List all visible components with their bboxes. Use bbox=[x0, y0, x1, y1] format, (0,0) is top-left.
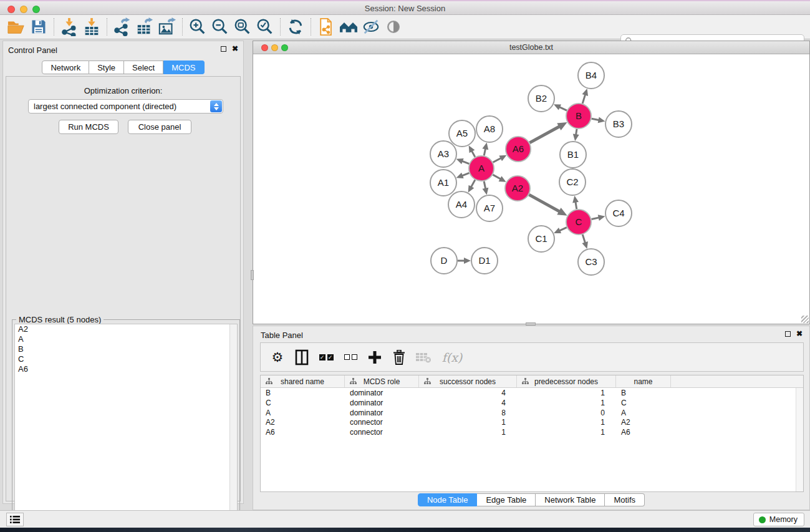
optimization-criterion-select[interactable]: largest connected component (directed) bbox=[28, 99, 223, 114]
table-row[interactable]: A2connector11A2 bbox=[261, 417, 803, 427]
column-header-shared-name[interactable]: shared name bbox=[261, 375, 345, 387]
column-header-successor-nodes[interactable]: successor nodes bbox=[419, 375, 517, 387]
gray-eye-icon[interactable] bbox=[382, 17, 405, 37]
table-row[interactable]: A6connector11A6 bbox=[261, 427, 803, 437]
graph-node-A7[interactable]: A7 bbox=[476, 195, 503, 221]
graph-node-D1[interactable]: D1 bbox=[471, 248, 498, 274]
table-cell: A2 bbox=[261, 417, 345, 427]
list-item[interactable]: C bbox=[15, 354, 237, 364]
graph-node-A8[interactable]: A8 bbox=[476, 116, 503, 142]
graph-edge[interactable] bbox=[529, 195, 560, 211]
tab-network-table[interactable]: Network Table bbox=[536, 493, 605, 506]
zoom-out-icon[interactable] bbox=[209, 17, 231, 37]
graph-node-B3[interactable]: B3 bbox=[605, 111, 632, 137]
resize-grip[interactable] bbox=[801, 316, 809, 323]
table-row[interactable]: Bdominator41B bbox=[261, 388, 803, 398]
export-network-icon[interactable] bbox=[111, 17, 133, 37]
table-header-row: shared nameMCDS rolesuccessor nodesprede… bbox=[261, 375, 803, 388]
zoom-in-icon[interactable] bbox=[186, 17, 209, 37]
import-table-icon[interactable] bbox=[80, 17, 103, 37]
graph-node-A1[interactable]: A1 bbox=[430, 170, 456, 196]
graph-edge[interactable] bbox=[582, 235, 585, 243]
duplicate-network-icon[interactable] bbox=[315, 17, 337, 37]
network-window-titlebar: testGlobe.txt bbox=[253, 41, 809, 54]
export-table-icon[interactable] bbox=[133, 17, 156, 37]
tab-edge-table[interactable]: Edge Table bbox=[477, 493, 536, 506]
refresh-icon[interactable] bbox=[284, 17, 307, 37]
close-panel-button[interactable]: Close panel bbox=[128, 120, 191, 134]
deselect-all-icon[interactable] bbox=[341, 348, 360, 367]
delete-table-icon[interactable] bbox=[414, 348, 433, 367]
function-builder-icon[interactable]: f(x) bbox=[438, 348, 466, 367]
graph-edge[interactable] bbox=[592, 218, 600, 220]
table-row[interactable]: Cdominator41C bbox=[261, 398, 803, 408]
graph-node-B1[interactable]: B1 bbox=[560, 142, 586, 168]
tab-select[interactable]: Select bbox=[124, 60, 163, 74]
select-all-icon[interactable]: ✓✓ bbox=[317, 348, 335, 367]
network-canvas[interactable]: B4B2BB3A5A8A6B1A3AC2A1A2A4A7C4CC1C3DD1 bbox=[253, 55, 809, 324]
folder-open-icon[interactable] bbox=[5, 17, 27, 37]
zoom-fit-icon[interactable] bbox=[231, 17, 254, 37]
result-list-scrollbar[interactable] bbox=[229, 324, 237, 530]
hide-eye-icon[interactable] bbox=[360, 17, 382, 37]
show-columns-icon[interactable] bbox=[292, 348, 311, 367]
graph-node-B4[interactable]: B4 bbox=[578, 62, 604, 89]
tab-network[interactable]: Network bbox=[42, 60, 89, 74]
close-table-panel-icon[interactable]: ✖ bbox=[796, 331, 803, 337]
graph-node-B[interactable]: B bbox=[566, 104, 591, 128]
graph-edge[interactable] bbox=[582, 94, 586, 104]
svg-text:A3: A3 bbox=[438, 148, 449, 159]
tab-node-table[interactable]: Node Table bbox=[418, 493, 478, 506]
graph-node-C1[interactable]: C1 bbox=[528, 226, 554, 252]
graph-node-A4[interactable]: A4 bbox=[448, 191, 475, 218]
import-network-icon[interactable] bbox=[58, 17, 80, 37]
graph-node-D[interactable]: D bbox=[431, 248, 457, 274]
graph-node-A2[interactable]: A2 bbox=[505, 176, 530, 201]
graph-node-A6[interactable]: A6 bbox=[506, 137, 531, 162]
add-column-icon[interactable] bbox=[365, 348, 384, 367]
column-header-name[interactable]: name bbox=[616, 375, 671, 387]
graph-edge[interactable] bbox=[471, 180, 475, 187]
tab-motifs[interactable]: Motifs bbox=[605, 493, 645, 506]
list-item[interactable]: A bbox=[15, 334, 237, 344]
gear-icon[interactable]: ⚙ bbox=[268, 348, 287, 367]
graph-edge[interactable] bbox=[493, 175, 501, 179]
zoom-selected-icon[interactable] bbox=[254, 17, 276, 37]
graph-edge[interactable] bbox=[559, 107, 567, 110]
list-item[interactable]: B bbox=[15, 344, 237, 354]
graph-edge[interactable] bbox=[529, 126, 560, 143]
table-cell: A bbox=[616, 408, 671, 418]
close-panel-icon[interactable]: ✖ bbox=[232, 46, 238, 52]
graph-node-C2[interactable]: C2 bbox=[559, 169, 586, 195]
list-item[interactable]: A2 bbox=[15, 324, 237, 334]
memory-button[interactable]: Memory bbox=[753, 513, 804, 526]
graph-node-B2[interactable]: B2 bbox=[528, 85, 554, 112]
graph-node-A5[interactable]: A5 bbox=[449, 120, 475, 147]
tab-style[interactable]: Style bbox=[89, 60, 124, 74]
graph-node-A[interactable]: A bbox=[469, 156, 494, 181]
graph-node-C3[interactable]: C3 bbox=[578, 249, 604, 275]
list-item[interactable]: A6 bbox=[15, 364, 237, 374]
graph-edge[interactable] bbox=[493, 158, 502, 162]
table-row[interactable]: Adominator80A bbox=[261, 408, 803, 418]
graph-edge-arrow bbox=[464, 258, 471, 264]
svg-text:A1: A1 bbox=[438, 177, 449, 188]
graph-edge[interactable] bbox=[559, 228, 567, 231]
task-history-button[interactable] bbox=[6, 513, 24, 526]
houses-icon[interactable] bbox=[337, 17, 360, 37]
float-table-panel-icon[interactable] bbox=[785, 331, 791, 337]
export-image-icon[interactable] bbox=[156, 17, 178, 37]
table-scrollbar[interactable] bbox=[796, 388, 803, 491]
floppy-save-icon[interactable] bbox=[27, 17, 50, 37]
graph-node-C4[interactable]: C4 bbox=[605, 200, 632, 226]
tab-mcds[interactable]: MCDS bbox=[163, 60, 204, 74]
graph-node-C[interactable]: C bbox=[566, 210, 591, 235]
trash-icon[interactable] bbox=[390, 348, 408, 367]
graph-node-A3[interactable]: A3 bbox=[430, 141, 456, 167]
run-mcds-button[interactable]: Run MCDS bbox=[59, 120, 118, 134]
column-header-MCDS-role[interactable]: MCDS role bbox=[345, 375, 419, 387]
float-panel-icon[interactable] bbox=[221, 46, 226, 52]
left-collapse-handle[interactable] bbox=[251, 270, 254, 280]
column-header-predecessor-nodes[interactable]: predecessor nodes bbox=[517, 375, 616, 387]
table-tabs: Node TableEdge TableNetwork TableMotifs bbox=[253, 493, 809, 506]
